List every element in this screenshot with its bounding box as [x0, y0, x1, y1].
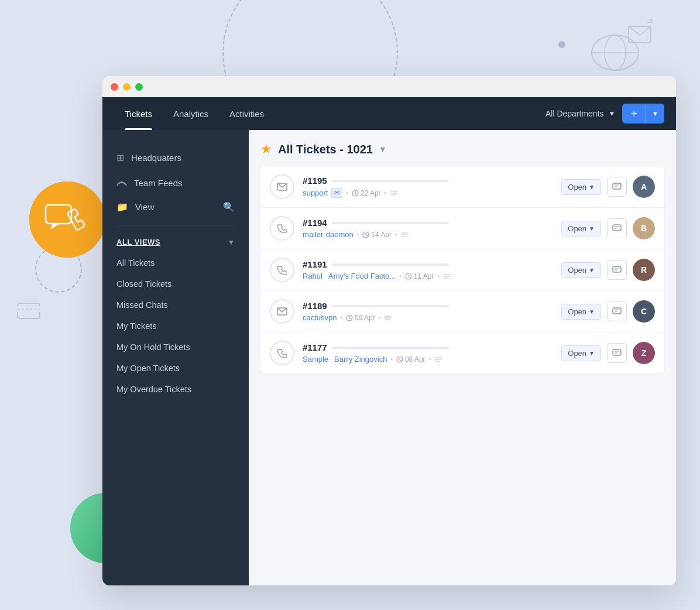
status-badge[interactable]: Open ▼: [561, 262, 601, 278]
main-content: ★ All Tickets - 1021 ▼ #1195: [249, 130, 676, 585]
view-my-overdue-tickets[interactable]: My Overdue Tickets: [102, 379, 249, 400]
chat-button[interactable]: [607, 218, 627, 238]
add-arrow-icon: ▼: [646, 104, 664, 124]
ticket-id: #1189: [303, 301, 327, 311]
ticket-label: Sample: [303, 355, 328, 364]
view-item-row[interactable]: 📁 View: [116, 201, 154, 213]
ticket-date: 08 Apr: [396, 355, 426, 364]
view-missed-chats[interactable]: Missed Chats: [102, 294, 249, 316]
dot-decoration: [558, 41, 565, 48]
ticket-actions: Open ▼ A: [561, 176, 655, 198]
tickets-dropdown-arrow[interactable]: ▼: [379, 145, 387, 154]
ticket-date: 14 Apr: [362, 231, 392, 239]
chat-button[interactable]: [607, 343, 627, 363]
svg-rect-22: [613, 183, 621, 189]
ticket-id: #1191: [303, 259, 327, 269]
all-views-row[interactable]: ALL VIEWS ▼: [102, 232, 249, 252]
signal-icon: [116, 177, 127, 189]
status-badge[interactable]: Open ▼: [561, 304, 601, 320]
svg-rect-50: [613, 308, 621, 314]
email-channel-icon: [270, 299, 294, 324]
ticket-actions: Open ▼ B: [561, 217, 655, 239]
ticket-label-2: Barry Zingovich: [334, 355, 387, 364]
ticket-info: #1177 Sample Barry Zingovich • 08 Apr: [303, 342, 553, 364]
ticket-progress-bar: [332, 347, 449, 349]
orange-circle-decoration: [29, 181, 105, 258]
chevron-down-icon: ▼: [609, 109, 616, 118]
tab-tickets[interactable]: Tickets: [114, 97, 163, 130]
chat-button[interactable]: [607, 177, 627, 197]
ticket-meta: Rahul Amy's Food Facto... • 11 Apr •: [303, 272, 553, 280]
view-my-on-hold-tickets[interactable]: My On Hold Tickets: [102, 337, 249, 358]
chevron-down-icon: ▼: [589, 309, 595, 315]
ticket-label: mailer-daemon: [303, 230, 354, 239]
ticket-info: #1194 mailer-daemon • 14 Apr •: [303, 218, 553, 239]
svg-line-36: [409, 276, 410, 277]
svg-rect-59: [613, 349, 621, 355]
ticket-meta: mailer-daemon • 14 Apr •: [303, 230, 553, 239]
ticket-progress-bar: [332, 180, 449, 182]
sidebar-item-team-feeds[interactable]: Team Feeds: [102, 170, 249, 196]
ticket-progress-bar: [332, 222, 449, 224]
table-row: #1177 Sample Barry Zingovich • 08 Apr: [260, 333, 664, 373]
ticket-info: #1191 Rahul Amy's Food Facto... • 11 Apr: [303, 259, 553, 280]
status-badge[interactable]: Open ▼: [561, 179, 601, 195]
body-layout: ⊞ Headquaters Team Feeds: [102, 130, 676, 585]
close-dot[interactable]: [111, 83, 118, 91]
table-row: #1189 cactusvpn • 09 Apr •: [260, 291, 664, 333]
view-my-open-tickets[interactable]: My Open Tickets: [102, 358, 249, 379]
ticket-meta: cactusvpn • 09 Apr •: [303, 313, 553, 322]
status-badge[interactable]: Open ▼: [561, 221, 601, 237]
ticket-actions: Open ▼ R: [561, 259, 655, 281]
view-my-tickets[interactable]: My Tickets: [102, 316, 249, 337]
table-row: #1194 mailer-daemon • 14 Apr •: [260, 208, 664, 249]
svg-rect-40: [613, 266, 621, 272]
tab-activities[interactable]: Activities: [219, 97, 274, 130]
chevron-down-icon: ▼: [228, 238, 235, 246]
tab-analytics[interactable]: Analytics: [163, 97, 219, 130]
ticket-date: 11 Apr: [405, 272, 434, 280]
view-closed-tickets[interactable]: Closed Tickets: [102, 273, 249, 294]
app-container: Tickets Analytics Activities All Departm…: [102, 97, 676, 585]
star-icon: ★: [260, 142, 272, 157]
avatar: Z: [633, 342, 655, 364]
add-button[interactable]: + ▼: [622, 104, 664, 124]
sidebar-item-view: 📁 View 🔍: [102, 196, 249, 218]
svg-line-18: [355, 193, 357, 194]
ticket-progress-bar: [332, 305, 449, 307]
ticket-label: support: [303, 189, 328, 197]
search-icon[interactable]: 🔍: [223, 201, 235, 213]
svg-rect-31: [613, 225, 621, 231]
title-bar: [102, 76, 676, 97]
ticket-progress-bar: [332, 263, 449, 266]
chevron-down-icon: ▼: [589, 184, 595, 190]
grid-icon: ⊞: [116, 152, 124, 163]
maximize-dot[interactable]: [135, 83, 143, 91]
folder-icon: 📁: [116, 201, 128, 213]
minimize-dot[interactable]: [123, 83, 131, 91]
ticket-date: 22 Apr: [352, 189, 381, 197]
svg-line-46: [349, 318, 351, 319]
tickets-title: All Tickets - 1021: [278, 143, 373, 156]
svg-rect-10: [18, 303, 40, 318]
avatar: B: [633, 217, 655, 239]
status-badge[interactable]: Open ▼: [561, 345, 601, 361]
chevron-down-icon: ▼: [589, 350, 595, 357]
chat-button[interactable]: [607, 260, 627, 280]
chevron-down-icon: ▼: [589, 267, 595, 273]
ticket-meta: Sample Barry Zingovich • 08 Apr •: [303, 355, 553, 364]
ticket-actions: Open ▼ Z: [561, 342, 655, 364]
chat-button[interactable]: [607, 301, 627, 321]
svg-point-14: [121, 182, 123, 184]
avatar: C: [633, 300, 655, 323]
ticket-list: #1195 support ✉ • 22 Apr: [260, 166, 664, 373]
sidebar-item-headquaters[interactable]: ⊞ Headquaters: [102, 145, 249, 170]
view-all-tickets[interactable]: All Tickets: [102, 252, 249, 273]
sidebar-top-section: ⊞ Headquaters Team Feeds: [102, 142, 249, 222]
ticket-info: #1195 support ✉ • 22 Apr: [303, 176, 553, 198]
ticket-tag: ✉: [331, 188, 342, 198]
ticket-meta: support ✉ • 22 Apr •: [303, 188, 553, 198]
ticket-label: cactusvpn: [303, 313, 337, 322]
tickets-header: ★ All Tickets - 1021 ▼: [260, 142, 664, 157]
department-dropdown[interactable]: All Departments ▼: [545, 109, 615, 118]
